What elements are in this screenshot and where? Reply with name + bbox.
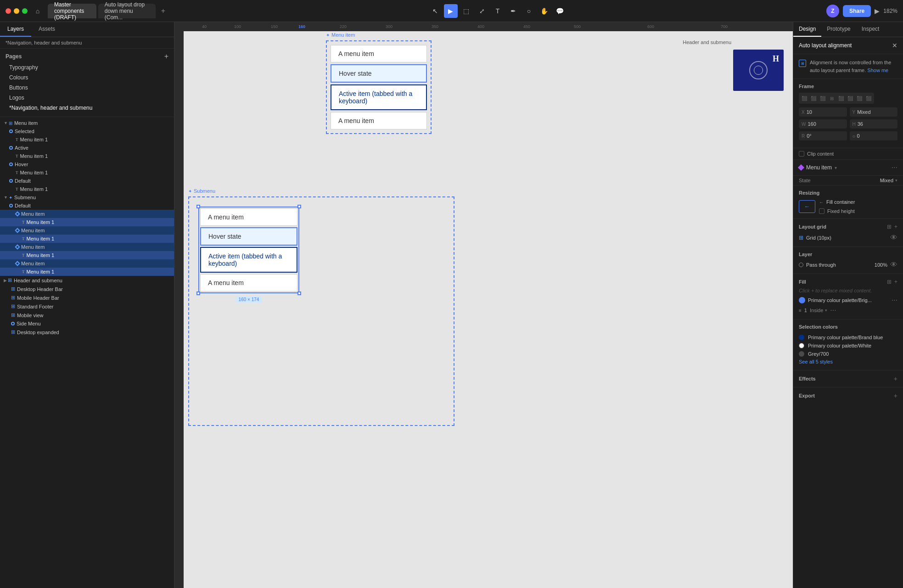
auto-layout-close-button[interactable]: ✕ [892,42,897,49]
tool-pen[interactable]: ✒ [506,4,520,18]
layout-grid-section: Layout grid ⊞ + ⊞ Grid (10px) 👁 [793,219,903,247]
handle-bl[interactable] [196,291,200,295]
h-field[interactable]: H 36 [850,119,898,129]
add-effect-button[interactable]: + [894,375,897,382]
see-all-styles-link[interactable]: See all 5 styles [799,358,897,365]
pages-add-button[interactable]: + [164,52,168,61]
layer-submenu-item1[interactable]: T Menu item 1 [0,218,174,226]
submenu-frame[interactable]: A menu item Hover state Active item (tab… [188,196,454,426]
tool-scale[interactable]: ⤢ [475,4,489,18]
distribute-h-button[interactable]: ⬛ [855,94,864,102]
add-tab-button[interactable]: + [157,7,169,15]
layer-menu-item-1a[interactable]: T Menu item 1 [0,135,174,144]
layer-submenu-item3[interactable]: T Menu item 1 [0,251,174,259]
tab-prototype[interactable]: Prototype [821,22,856,37]
align-left-button[interactable]: ⬛ [800,94,808,102]
layer-active[interactable]: Active [0,144,174,152]
layer-submenu-menu1[interactable]: Menu item [0,210,174,218]
add-export-button[interactable]: + [894,392,897,399]
color-swatch-white[interactable] [799,343,804,348]
tab-1[interactable]: Master components (DRAFT) [48,4,96,18]
layer-visibility-button[interactable]: 👁 [890,261,897,269]
page-item-typography[interactable]: Typography [6,62,168,73]
clip-content-checkbox[interactable] [799,151,804,157]
tab-2[interactable]: Auto layout drop down menu (Com... [98,4,156,18]
tool-hand[interactable]: ✋ [538,4,551,18]
layer-selected[interactable]: Selected [0,127,174,135]
minimize-button[interactable] [14,8,19,14]
tab-assets[interactable]: Assets [31,22,62,37]
stroke-options-button[interactable]: ··· [830,306,836,314]
tool-ellipse[interactable]: ○ [522,4,536,18]
layer-mobile-header[interactable]: ⊞ Mobile Header Bar [0,293,174,302]
wh-row: W 160 H 36 [799,119,897,129]
tool-move[interactable]: ↖ [428,4,442,18]
layer-header-submenu[interactable]: ▶ ⊞ Header and submenu [0,276,174,285]
corner-field[interactable]: ⌾ 0 [850,131,898,140]
layer-submenu-default[interactable]: Default [0,202,174,210]
handle-tr[interactable] [297,205,301,208]
align-center-h-button[interactable]: ⬛ [809,94,818,102]
layer-default[interactable]: Default [0,177,174,185]
layer-menu-item-1b[interactable]: T Menu item 1 [0,152,174,160]
handle-br[interactable] [297,291,301,295]
layer-submenu-menu3[interactable]: Menu item [0,243,174,251]
layer-row: Pass through 100% 👁 [799,261,897,269]
r-field[interactable]: R 0° [799,131,847,140]
page-item-colours[interactable]: Colours [6,73,168,83]
page-item-logos[interactable]: Logos [6,93,168,103]
w-field[interactable]: W 160 [799,119,847,129]
component-options-button[interactable]: ··· [892,163,897,172]
submenu-inner-frame[interactable]: A menu item Hover state Active item (tab… [198,207,299,293]
layer-submenu-menu2[interactable]: Menu item [0,226,174,235]
layer-menu-item-1d[interactable]: T Menu item 1 [0,185,174,193]
tool-comment[interactable]: 💬 [553,4,567,18]
tool-text[interactable]: T [491,4,505,18]
home-icon[interactable]: ⌂ [31,5,44,17]
maximize-button[interactable] [22,8,28,14]
layer-submenu[interactable]: ▼ ✦ Submenu [0,193,174,202]
resize-visual-button[interactable]: ← [799,200,815,213]
page-item-buttons[interactable]: Buttons [6,83,168,93]
align-grid-button[interactable]: ⊞ [828,94,836,102]
layer-menu-item-1c[interactable]: T Menu item 1 [0,168,174,177]
tab-layers[interactable]: Layers [0,22,31,37]
layer-submenu-item2[interactable]: T Menu item 1 [0,235,174,243]
y-field[interactable]: Y Mixed [850,107,898,117]
add-grid-button[interactable]: + [894,224,897,230]
layer-mobile-view[interactable]: ⊞ Mobile view [0,311,174,319]
page-item-navigation[interactable]: *Navigation, header and submenu [6,103,168,113]
align-right-button[interactable]: ⬛ [819,94,827,102]
fixed-height-checkbox[interactable] [819,208,824,214]
grid-visibility-button[interactable]: 👁 [890,234,897,242]
tool-frame[interactable]: ⬚ [460,4,473,18]
handle-tl[interactable] [196,205,200,208]
auto-layout-show-me-link[interactable]: Show me [867,67,888,73]
layer-submenu-menu4[interactable]: Menu item [0,259,174,268]
tab-inspect[interactable]: Inspect [856,22,885,37]
layer-side-menu[interactable]: Side Menu [0,319,174,328]
align-middle-v-button[interactable]: ⬛ [846,94,854,102]
add-fill-button[interactable]: + [894,279,897,285]
color-swatch-brand-blue[interactable] [799,335,804,340]
layer-menu-item[interactable]: ▼ ⊞ Menu item [0,119,174,127]
layer-submenu-item4[interactable]: T Menu item 1 [0,268,174,276]
fill-color-swatch[interactable] [799,297,805,303]
layer-hover[interactable]: Hover [0,160,174,168]
layer-desktop-expanded[interactable]: ⊞ Desktop expanded [0,328,174,336]
menu-item-frame[interactable]: A menu item Hover state Active item (tab… [326,40,432,134]
play-button[interactable]: ▶ [875,7,880,15]
layer-standard-footer[interactable]: ⊞ Standard Footer [0,302,174,311]
distribute-v-button[interactable]: ⬛ [864,94,873,102]
fill-options-button[interactable]: ··· [892,296,897,304]
sub-item-default1: A menu item [200,208,297,226]
x-field[interactable]: X 10 [799,107,847,117]
tab-design[interactable]: Design [793,22,821,37]
tool-select[interactable]: ▶ [444,4,458,18]
state-label: State [799,178,811,183]
share-button[interactable]: Share [843,5,871,17]
layer-desktop-header[interactable]: ⊞ Desktop Header Bar [0,285,174,293]
align-top-button[interactable]: ⬛ [837,94,845,102]
close-button[interactable] [6,8,11,14]
color-swatch-grey[interactable] [799,351,804,357]
